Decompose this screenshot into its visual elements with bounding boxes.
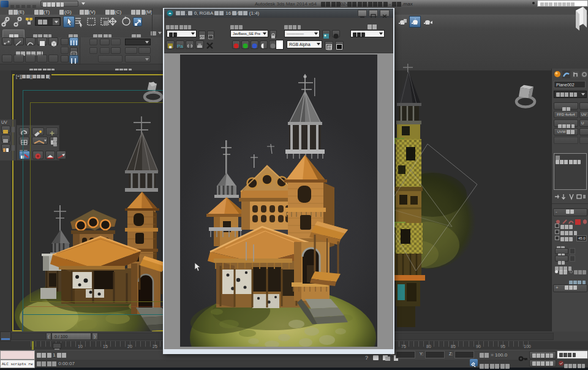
svg-text:Pa: Pa bbox=[177, 43, 183, 49]
svg-text:?: ? bbox=[365, 355, 368, 361]
